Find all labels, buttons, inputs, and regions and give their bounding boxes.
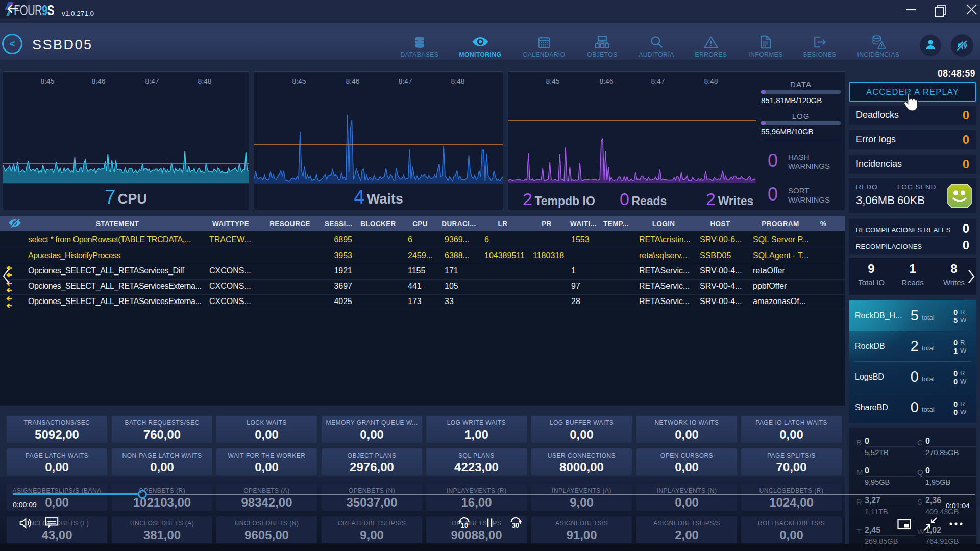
svg-text:10: 10	[461, 522, 468, 529]
svg-text:30: 30	[512, 522, 519, 529]
